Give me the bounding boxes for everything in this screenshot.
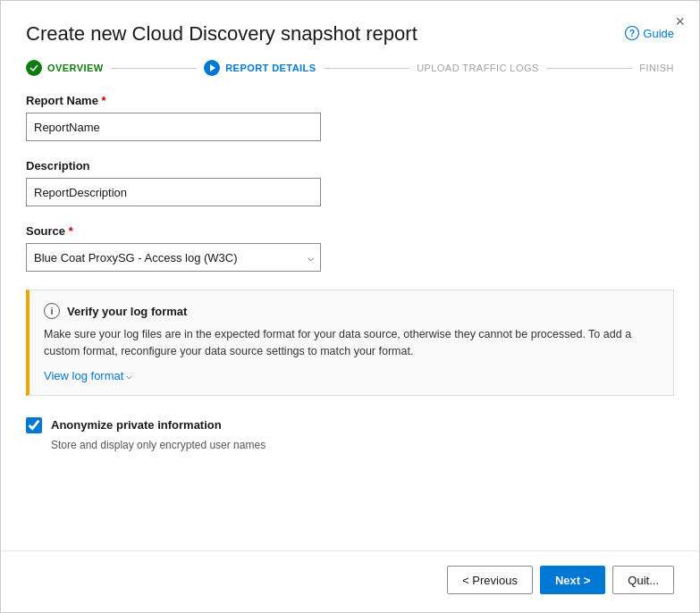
dialog-footer: < Previous Next > Quit... bbox=[1, 550, 699, 612]
description-group: Description bbox=[26, 159, 674, 206]
stepper: OVERVIEW REPORT DETAILS UPLOAD TRAFFIC L… bbox=[1, 60, 699, 94]
required-star: * bbox=[102, 94, 106, 107]
anonymize-description: Store and display only encrypted user na… bbox=[51, 439, 674, 451]
info-box-title-text: Verify your log format bbox=[67, 305, 187, 318]
step-upload-traffic-logs: UPLOAD TRAFFIC LOGS bbox=[417, 63, 539, 73]
next-button[interactable]: Next > bbox=[540, 566, 605, 594]
dialog-header: Create new Cloud Discovery snapshot repo… bbox=[1, 1, 699, 60]
guide-area: ? Guide bbox=[625, 26, 674, 40]
source-label: Source * bbox=[26, 224, 674, 238]
dialog: × Create new Cloud Discovery snapshot re… bbox=[0, 0, 700, 613]
step-connector-2 bbox=[324, 68, 410, 69]
anonymize-checkbox[interactable] bbox=[26, 417, 42, 433]
step-report-details: REPORT DETAILS bbox=[204, 60, 316, 76]
info-box-text: Make sure your log files are in the expe… bbox=[44, 326, 659, 360]
source-select[interactable]: Blue Coat ProxySG - Access log (W3C) Cis… bbox=[26, 243, 321, 272]
source-required-star: * bbox=[69, 224, 73, 238]
step-report-details-icon bbox=[204, 60, 220, 76]
description-label: Description bbox=[26, 159, 674, 172]
step-finish-label: FINISH bbox=[639, 63, 674, 73]
anonymize-checkbox-row: Anonymize private information bbox=[26, 417, 674, 433]
description-input[interactable] bbox=[26, 178, 321, 206]
question-circle-icon: ? bbox=[625, 26, 639, 40]
step-connector-3 bbox=[546, 68, 633, 69]
previous-button[interactable]: < Previous bbox=[447, 566, 533, 594]
report-name-label: Report Name * bbox=[26, 94, 674, 107]
anonymize-label: Anonymize private information bbox=[51, 418, 222, 432]
dialog-body: Report Name * Description Source * Blue … bbox=[1, 94, 699, 550]
step-upload-label: UPLOAD TRAFFIC LOGS bbox=[417, 63, 539, 73]
close-button[interactable]: × bbox=[675, 13, 685, 29]
anonymize-group: Anonymize private information Store and … bbox=[26, 417, 674, 451]
dialog-title: Create new Cloud Discovery snapshot repo… bbox=[26, 22, 417, 46]
svg-text:?: ? bbox=[629, 29, 635, 38]
info-box-title: i Verify your log format bbox=[44, 303, 659, 319]
report-name-group: Report Name * bbox=[26, 94, 674, 141]
step-report-details-label: REPORT DETAILS bbox=[225, 63, 316, 73]
guide-button[interactable]: ? Guide bbox=[625, 26, 674, 40]
report-name-input[interactable] bbox=[26, 113, 321, 141]
step-connector-1 bbox=[111, 68, 198, 69]
step-overview-label: OVERVIEW bbox=[47, 63, 104, 73]
step-overview-icon bbox=[26, 60, 42, 76]
step-overview: OVERVIEW bbox=[26, 60, 104, 76]
source-group: Source * Blue Coat ProxySG - Access log … bbox=[26, 224, 674, 272]
chevron-down-small-icon: ⌵ bbox=[126, 370, 132, 382]
source-select-wrapper: Blue Coat ProxySG - Access log (W3C) Cis… bbox=[26, 243, 321, 272]
view-log-link[interactable]: View log format ⌵ bbox=[44, 369, 132, 382]
quit-button[interactable]: Quit... bbox=[612, 566, 674, 594]
info-box: i Verify your log format Make sure your … bbox=[26, 290, 674, 396]
svg-marker-2 bbox=[210, 64, 215, 71]
guide-label: Guide bbox=[643, 27, 674, 40]
info-circle-icon: i bbox=[44, 303, 60, 319]
view-log-link-text: View log format bbox=[44, 369, 123, 382]
step-finish: FINISH bbox=[639, 63, 674, 73]
